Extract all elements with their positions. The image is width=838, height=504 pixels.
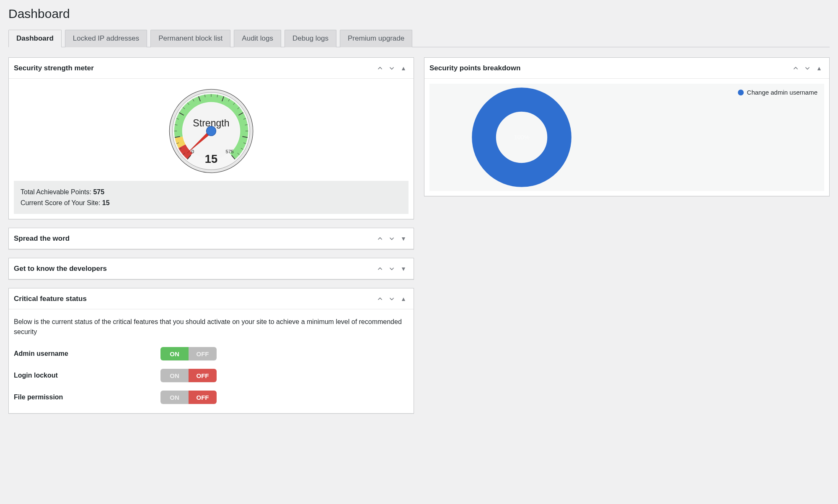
tab-dashboard[interactable]: Dashboard xyxy=(8,30,62,47)
move-up-icon[interactable] xyxy=(375,63,385,73)
panel-security-strength: Security strength meter ▲ xyxy=(8,57,414,219)
panel-title: Get to know the developers xyxy=(14,265,375,273)
move-up-icon[interactable] xyxy=(375,234,385,244)
panel-critical-features: Critical feature status ▲ Below is the c… xyxy=(8,288,414,414)
score-summary: Total Achievable Points: 575 Current Sco… xyxy=(14,181,409,214)
move-up-icon[interactable] xyxy=(375,294,385,304)
current-label: Current Score of Your Site: xyxy=(21,199,100,206)
panel-header: Security strength meter ▲ xyxy=(9,58,414,79)
panel-developers: Get to know the developers ▼ xyxy=(8,258,414,280)
svg-text:100%: 100% xyxy=(514,134,530,141)
svg-text:575: 575 xyxy=(225,149,233,154)
gauge: Strength 0 575 15 xyxy=(14,84,409,181)
svg-point-37 xyxy=(206,126,216,136)
move-down-icon[interactable] xyxy=(387,234,397,244)
expand-toggle-icon[interactable]: ▼ xyxy=(398,264,409,274)
expand-toggle-icon[interactable]: ▼ xyxy=(398,234,409,244)
collapse-toggle-icon[interactable]: ▲ xyxy=(398,294,409,304)
collapse-toggle-icon[interactable]: ▲ xyxy=(398,63,409,73)
chart-legend: Change admin username xyxy=(738,89,817,96)
tab-permanent-block-list[interactable]: Permanent block list xyxy=(150,30,230,47)
feature-label: Login lockout xyxy=(14,372,160,379)
feature-label: File permission xyxy=(14,393,160,401)
feature-row: Login lockoutONOFF xyxy=(14,365,409,386)
tab-bar: DashboardLocked IP addressesPermanent bl… xyxy=(8,29,830,47)
achievable-value: 575 xyxy=(93,188,104,195)
tab-locked-ip-addresses[interactable]: Locked IP addresses xyxy=(65,30,147,47)
move-down-icon[interactable] xyxy=(387,264,397,274)
current-value: 15 xyxy=(102,199,110,206)
panel-spread-word: Spread the word ▼ xyxy=(8,228,414,249)
donut-chart: 100% xyxy=(471,87,572,188)
feature-row: Admin usernameONOFF xyxy=(14,343,409,365)
panel-points-breakdown: Security points breakdown ▲ 100% xyxy=(424,57,830,196)
feature-toggle[interactable]: ONOFF xyxy=(160,347,217,360)
panel-title: Critical feature status xyxy=(14,295,375,303)
feature-label: Admin username xyxy=(14,350,160,357)
move-down-icon[interactable] xyxy=(802,63,812,73)
collapse-toggle-icon[interactable]: ▲ xyxy=(814,63,824,73)
move-up-icon[interactable] xyxy=(375,264,385,274)
panel-title: Security strength meter xyxy=(14,64,375,72)
move-down-icon[interactable] xyxy=(387,294,397,304)
legend-dot-icon xyxy=(738,90,744,95)
move-down-icon[interactable] xyxy=(387,63,397,73)
panel-title: Spread the word xyxy=(14,234,375,243)
feature-toggle[interactable]: ONOFF xyxy=(160,369,217,382)
tab-debug-logs[interactable]: Debug logs xyxy=(285,30,336,47)
feature-toggle[interactable]: ONOFF xyxy=(160,391,217,404)
panel-title: Security points breakdown xyxy=(429,64,791,72)
tab-premium-upgrade[interactable]: Premium upgrade xyxy=(340,30,412,47)
donut-chart-area: 100% Change admin username xyxy=(429,84,824,191)
feature-row: File permissionONOFF xyxy=(14,386,409,408)
move-up-icon[interactable] xyxy=(791,63,801,73)
achievable-label: Total Achievable Points: xyxy=(21,188,91,195)
svg-text:0: 0 xyxy=(191,149,194,154)
legend-label: Change admin username xyxy=(747,89,817,96)
svg-text:15: 15 xyxy=(205,152,217,165)
tab-audit-logs[interactable]: Audit logs xyxy=(234,30,281,47)
page-title: Dashboard xyxy=(8,7,830,21)
critical-description: Below is the current status of the criti… xyxy=(14,314,409,343)
